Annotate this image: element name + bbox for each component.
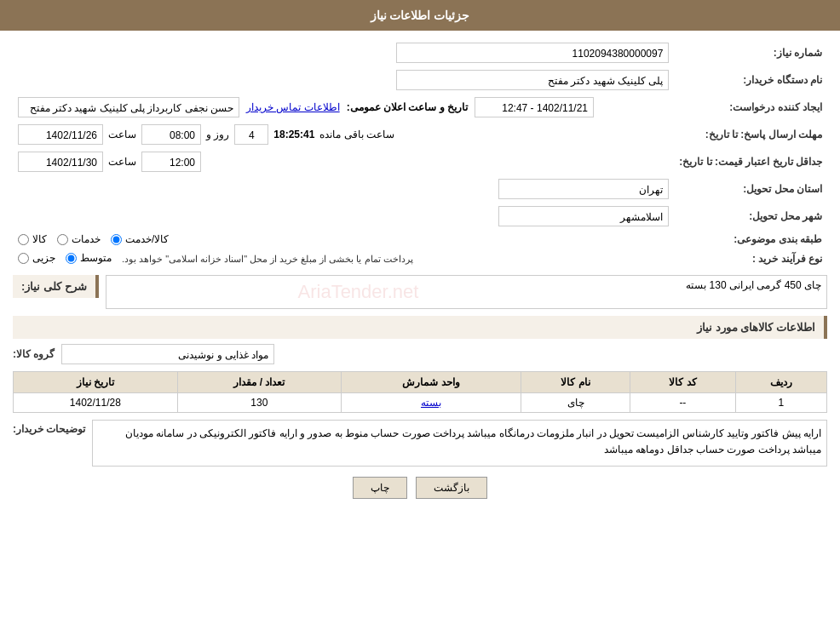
page-title: جزئیات اطلاعات نیاز [371,9,470,22]
need-number-value: 1102094380000097 [13,39,674,66]
goods-table-header-row: ردیف کد کالا نام کالا واحد شمارش تعداد /… [14,372,827,393]
purchase-note: پرداخت تمام یا بخشی از مبلغ خرید از محل … [122,254,413,265]
goods-group-row: گروه کالا: مواد غذایی و نوشیدنی [13,344,827,364]
page-container: جزئیات اطلاعات نیاز شماره نیاز: 11020943… [0,0,840,624]
price-time-label: ساعت [108,156,136,168]
cell-quantity: 130 [177,393,341,413]
need-description-container: چای 450 گرمی ایرانی 130 بسته AriaTender.… [106,275,827,309]
need-number-label: شماره نیاز: [674,39,827,66]
col-row-header: ردیف [735,372,826,393]
print-button[interactable]: چاپ [353,477,407,499]
need-number-input: 1102094380000097 [396,43,669,63]
purchase-متوسط-label: متوسط [80,252,112,264]
province-label: استان محل تحویل: [674,175,827,203]
requester-label: ایجاد کننده درخواست: [674,94,827,121]
reply-time-input: 08:00 [141,124,201,145]
province-row: استان محل تحویل: تهران [13,175,827,203]
button-row: بازگشت چاپ [13,477,827,499]
city-input: اسلامشهر [498,206,669,226]
goods-table-body: 1--چایبسته1301402/11/28 [14,393,827,413]
purchase-type-label: نوع فرآیند خرید : [674,249,827,268]
need-description-area: چای 450 گرمی ایرانی 130 بسته AriaTender.… [106,275,827,309]
col-code-header: کد کالا [630,372,735,393]
province-area: تهران [13,175,674,203]
category-kala-khadamat-radio[interactable] [111,234,122,245]
main-content: شماره نیاز: 1102094380000097 نام دستگاه … [0,31,840,518]
city-area: اسلامشهر [13,203,674,230]
category-kala-khadamat-item: کالا/خدمت [111,233,169,245]
buyer-device-value: پلی کلینیک شهید دکتر مفتح [13,66,674,94]
purchase-jozvi-label: جزیی [32,252,55,264]
category-area: کالا خدمات کالا/خدمت [13,230,674,249]
category-label: طبقه بندی موضوعی: [674,230,827,249]
cell-unit: بسته [342,393,521,413]
need-description-row: شرح کلی نیاز: چای 450 گرمی ایرانی 130 بس… [13,275,827,309]
price-time-input: 12:00 [141,152,201,172]
col-quantity-header: تعداد / مقدار [177,372,341,393]
purchase-type-row: نوع فرآیند خرید : جزیی متوسط [13,249,827,268]
goods-table: ردیف کد کالا نام کالا واحد شمارش تعداد /… [13,371,827,413]
goods-group-input: مواد غذایی و نوشیدنی [61,344,274,364]
back-button[interactable]: بازگشت [416,477,487,499]
buyer-device-input: پلی کلینیک شهید دکتر مفتح [396,70,669,90]
reply-date-input: 1402/11/26 [18,124,103,145]
need-description-label: شرح کلی نیاز: [13,275,99,298]
requester-input: حسن نجفی کاربرداز پلی کلینیک شهید دکتر م… [18,97,239,117]
watermark: AriaTender.net [298,281,419,303]
purchase-متوسط-radio[interactable] [66,253,77,264]
reply-deadline-row: مهلت ارسال پاسخ: تا تاریخ: 1402/11/26 سا… [13,121,827,148]
info-table: شماره نیاز: 1102094380000097 نام دستگاه … [13,39,827,268]
category-khadamat-label: خدمات [72,233,101,245]
table-row: 1--چایبسته1301402/11/28 [14,393,827,413]
col-date-header: تاریخ نیاز [14,372,178,393]
goods-table-header: ردیف کد کالا نام کالا واحد شمارش تعداد /… [14,372,827,393]
reply-time-label: ساعت [108,129,136,140]
city-row: شهر محل تحویل: اسلامشهر [13,203,827,230]
goods-group-label: گروه کالا: [13,348,55,360]
reply-day-input: 4 [234,124,268,145]
cell-row: 1 [735,393,826,413]
reply-deadline-area: 1402/11/26 ساعت 08:00 روز و 4 18:25:41 س… [13,121,674,148]
remaining-time-label: ساعت باقی مانده [319,129,394,140]
category-row: طبقه بندی موضوعی: کالا خدمات [13,230,827,249]
cell-date: 1402/11/28 [14,393,178,413]
purchase-jozvi-radio[interactable] [18,253,29,264]
reply-deadline-label: مهلت ارسال پاسخ: تا تاریخ: [674,121,827,148]
price-deadline-row: جداقل تاریخ اعتبار قیمت: تا تاریخ: 1402/… [13,148,827,175]
buyer-device-label: نام دستگاه خریدار: [674,66,827,94]
buyer-notes-label: توضیحات خریدار: [13,420,85,435]
category-kala-item: کالا [18,233,47,245]
need-number-row: شماره نیاز: 1102094380000097 [13,39,827,66]
need-description-wrapper: چای 450 گرمی ایرانی 130 بسته AriaTender.… [106,275,827,309]
purchase-type-area: جزیی متوسط پرداخت تمام یا بخشی از مبلغ خ… [13,249,674,268]
category-khadamat-item: خدمات [57,233,101,245]
buyer-notes-row: توضیحات خریدار: ارایه پیش فاکتور وتایید … [13,420,827,467]
price-deadline-area: 1402/11/30 ساعت 12:00 [13,148,674,175]
page-header: جزئیات اطلاعات نیاز [0,0,840,31]
city-label: شهر محل تحویل: [674,203,827,230]
reply-day-label: روز و [206,129,229,140]
goods-info-title: اطلاعات کالاهای مورد نیاز [13,316,827,339]
province-input: تهران [498,179,669,199]
remaining-time-value: 18:25:41 [273,129,314,140]
requester-row: ایجاد کننده درخواست: حسن نجفی کاربرداز پ… [13,94,827,121]
category-kala-khadamat-label: کالا/خدمت [125,233,169,245]
announcement-date-input: 1402/11/21 - 12:47 [475,97,594,117]
category-kala-radio[interactable] [18,234,29,245]
cell-code: -- [630,393,735,413]
category-khadamat-radio[interactable] [57,234,68,245]
col-unit-header: واحد شمارش [342,372,521,393]
cell-name: چای [521,393,630,413]
announcement-date-label: تاریخ و ساعت اعلان عمومی: [347,101,468,113]
category-kala-label: کالا [32,233,47,245]
requester-area: حسن نجفی کاربرداز پلی کلینیک شهید دکتر م… [13,94,674,121]
purchase-jozvi-item: جزیی [18,252,55,264]
need-description-value: چای 450 گرمی ایرانی 130 بسته [686,279,821,291]
col-name-header: نام کالا [521,372,630,393]
price-deadline-label: جداقل تاریخ اعتبار قیمت: تا تاریخ: [674,148,827,175]
contact-info-link[interactable]: اطلاعات تماس خریدار [246,101,340,113]
buyer-device-row: نام دستگاه خریدار: پلی کلینیک شهید دکتر … [13,66,827,94]
buyer-notes-value: ارایه پیش فاکتور وتایید کارشناس الزامیست… [92,420,827,467]
purchase-متوسط-item: متوسط [66,252,112,264]
price-date-input: 1402/11/30 [18,152,103,172]
